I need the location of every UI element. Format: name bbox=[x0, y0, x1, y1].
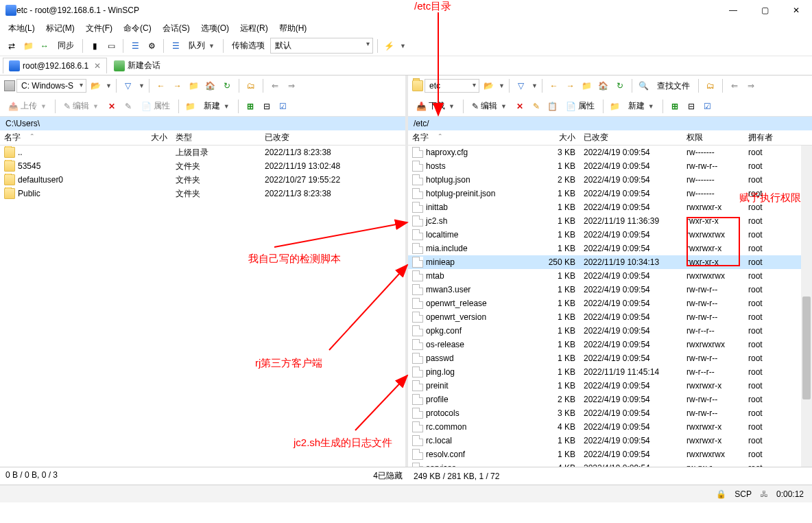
menu-mark[interactable]: 标记(M) bbox=[42, 21, 79, 36]
local-file-list[interactable]: ..上级目录2022/11/3 8:23:3853545文件夹2022/11/1… bbox=[0, 146, 405, 467]
table-row[interactable]: hotplug.json2 KB2022/4/19 0:09:54rw-----… bbox=[408, 173, 812, 187]
new-session-tab[interactable]: 新建会话 bbox=[108, 58, 166, 73]
local-up-icon[interactable]: 📁 bbox=[187, 78, 202, 93]
table-row[interactable]: defaultuser0文件夹2022/10/27 19:55:22 bbox=[0, 173, 405, 187]
table-row[interactable]: hotplug-preinit.json1 KB2022/4/19 0:09:5… bbox=[408, 187, 812, 200]
local-properties-button[interactable]: 📄 属性 bbox=[137, 99, 174, 113]
table-row[interactable]: passwd1 KB2022/4/19 0:09:54rw-rw-r--root bbox=[408, 351, 812, 365]
remote-properties-button[interactable]: 📄 属性 bbox=[562, 99, 599, 113]
table-row[interactable]: localtime1 KB2022/4/19 0:09:54rwxrwxrwxr… bbox=[408, 228, 812, 242]
menu-cmd[interactable]: 命令(C) bbox=[119, 21, 156, 36]
local-nav-left[interactable]: ⇐ bbox=[267, 78, 283, 93]
table-row[interactable]: resolv.conf1 KB2022/4/19 0:09:54rwxrwxrw… bbox=[408, 448, 812, 461]
local-delete-button[interactable]: ✕ bbox=[104, 99, 119, 114]
menu-opt[interactable]: 选项(O) bbox=[197, 21, 233, 36]
local-col-type[interactable]: 类型 bbox=[171, 130, 261, 146]
console-icon[interactable]: ▭ bbox=[104, 38, 119, 54]
remote-pathbar[interactable]: /etc/ bbox=[408, 117, 812, 130]
local-new-button[interactable]: 新建▼ bbox=[200, 99, 234, 113]
terminal-icon[interactable]: ▮ bbox=[87, 38, 102, 54]
table-row[interactable]: hosts1 KB2022/4/19 0:09:54rw-rw-r--root bbox=[408, 159, 812, 173]
local-upload-button[interactable]: 📤 上传▼ bbox=[4, 99, 51, 113]
sync-button[interactable]: 同步 bbox=[53, 38, 78, 53]
local-fwd-icon[interactable]: → bbox=[170, 78, 185, 93]
local-tree-icon[interactable]: 🗂 bbox=[243, 78, 259, 93]
table-row[interactable]: jc2.sh1 KB2022/11/19 11:36:39rwxr-xr-xro… bbox=[408, 214, 812, 228]
table-row[interactable]: haproxy.cfg3 KB2022/4/19 0:09:54rw------… bbox=[408, 146, 812, 159]
remote-nav-left[interactable]: ⇐ bbox=[727, 78, 742, 93]
remote-nav-right[interactable]: ⇒ bbox=[743, 78, 759, 93]
table-row[interactable]: opkg.conf1 KB2022/4/19 0:09:54rw-r--r--r… bbox=[408, 324, 812, 338]
find-button[interactable]: 查找文件 bbox=[653, 79, 694, 93]
local-col-size[interactable]: 大小 bbox=[137, 130, 171, 146]
table-row[interactable]: mtab1 KB2022/4/19 0:09:54rwxrwxrwxroot bbox=[408, 269, 812, 283]
local-edit-button[interactable]: ✎ 编辑▼ bbox=[60, 99, 103, 113]
remote-new-button[interactable]: 新建▼ bbox=[624, 99, 658, 113]
local-minus-button[interactable]: ⊟ bbox=[259, 99, 274, 114]
table-row[interactable]: services4 KB2022/4/19 0:09:54rw-rw-r--ro… bbox=[408, 461, 812, 467]
menu-remote[interactable]: 远程(R) bbox=[236, 21, 272, 36]
local-filter-icon[interactable]: ▽ bbox=[121, 78, 136, 93]
local-col-changed[interactable]: 已改变 bbox=[261, 130, 384, 146]
remote-col-size[interactable]: 大小 bbox=[538, 130, 580, 146]
toolbar-extra-icon[interactable]: ⚡ bbox=[382, 38, 397, 54]
table-row[interactable]: ..上级目录2022/11/3 8:23:38 bbox=[0, 146, 405, 159]
table-row[interactable]: preinit1 KB2022/4/19 0:09:54rwxrwxr-xroo… bbox=[408, 379, 812, 393]
local-home-icon[interactable]: 🏠 bbox=[203, 78, 218, 93]
table-row[interactable]: ping.log1 KB2022/11/19 11:45:14rw-r--r--… bbox=[408, 365, 812, 379]
maximize-button[interactable]: ▢ bbox=[749, 0, 780, 21]
remote-check-button[interactable]: ☑ bbox=[700, 99, 715, 114]
local-rename-button[interactable]: ✎ bbox=[121, 99, 136, 114]
local-plus-button[interactable]: ⊞ bbox=[243, 99, 258, 114]
table-row[interactable]: 53545文件夹2022/11/19 13:02:48 bbox=[0, 159, 405, 173]
queue-list-icon[interactable]: ☰ bbox=[168, 38, 183, 54]
table-row[interactable]: os-release1 KB2022/4/19 0:09:54rwxrwxrwx… bbox=[408, 338, 812, 351]
table-row[interactable]: minieap250 KB2022/11/19 10:34:13rwxr-xr-… bbox=[408, 255, 812, 269]
queue-toggle-icon[interactable]: ☰ bbox=[128, 38, 143, 54]
local-col-name[interactable]: 名字 ˆ bbox=[0, 130, 137, 146]
table-row[interactable]: protocols3 KB2022/4/19 0:09:54rw-rw-r--r… bbox=[408, 406, 812, 420]
local-drive-dropdown[interactable]: C: Windows-S bbox=[16, 79, 86, 93]
session-tab-active[interactable]: root@192.168.6.1 ✕ bbox=[3, 58, 107, 73]
minimize-button[interactable]: — bbox=[717, 0, 749, 21]
local-check-button[interactable]: ☑ bbox=[276, 99, 291, 114]
local-newfolder-icon[interactable]: 📁 bbox=[183, 99, 198, 114]
menu-file[interactable]: 文件(F) bbox=[82, 21, 117, 36]
remote-back-icon[interactable]: ← bbox=[547, 78, 562, 93]
table-row[interactable]: profile2 KB2022/4/19 0:09:54rw-rw-r--roo… bbox=[408, 393, 812, 406]
remote-delete-button[interactable]: ✕ bbox=[512, 99, 527, 114]
remote-refresh-icon[interactable]: ↻ bbox=[612, 78, 628, 93]
sync-browse-icon[interactable]: ↔ bbox=[37, 38, 52, 54]
remote-download-button[interactable]: 📥 下载▼ bbox=[412, 99, 459, 113]
remote-filter-icon[interactable]: ▽ bbox=[514, 78, 529, 93]
table-row[interactable]: openwrt_version1 KB2022/4/19 0:09:54rw-r… bbox=[408, 310, 812, 324]
remote-col-owner[interactable]: 拥有者 bbox=[744, 130, 778, 146]
table-row[interactable]: mia.include1 KB2022/4/19 0:09:54rwxrwxr-… bbox=[408, 242, 812, 255]
remote-scrollbar-y[interactable] bbox=[801, 146, 812, 467]
menu-session[interactable]: 会话(S) bbox=[158, 21, 194, 36]
table-row[interactable]: openwrt_release1 KB2022/4/19 0:09:54rw-r… bbox=[408, 297, 812, 310]
remote-dir-dropdown[interactable]: etc bbox=[425, 79, 479, 93]
local-pathbar[interactable]: C:\Users\ bbox=[0, 117, 405, 130]
remote-edit-button[interactable]: ✎ 编辑▼ bbox=[468, 99, 511, 113]
menu-local[interactable]: 本地(L) bbox=[4, 21, 39, 36]
close-button[interactable]: ✕ bbox=[780, 0, 812, 21]
remote-tree-icon[interactable]: 🗂 bbox=[703, 78, 718, 93]
find-icon[interactable]: 🔍 bbox=[636, 78, 652, 93]
remote-col-changed[interactable]: 已改变 bbox=[580, 130, 682, 146]
transfer-options-dropdown[interactable]: 默认 bbox=[270, 38, 373, 54]
remote-col-perm[interactable]: 权限 bbox=[682, 130, 744, 146]
remote-up-icon[interactable]: 📁 bbox=[580, 78, 595, 93]
settings-icon[interactable]: ⚙ bbox=[144, 38, 159, 54]
table-row[interactable]: mwan3.user1 KB2022/4/19 0:09:54rw-rw-r--… bbox=[408, 283, 812, 297]
local-refresh-icon[interactable]: ↻ bbox=[219, 78, 235, 93]
scroll-thumb[interactable] bbox=[802, 297, 811, 399]
remote-col-name[interactable]: 名字 ˆ bbox=[408, 130, 538, 146]
local-back-icon[interactable]: ← bbox=[154, 78, 169, 93]
tab-close-icon[interactable]: ✕ bbox=[94, 61, 101, 71]
table-row[interactable]: Public文件夹2022/11/3 8:23:38 bbox=[0, 187, 405, 200]
local-open-icon[interactable]: 📂 bbox=[88, 78, 103, 93]
table-row[interactable]: rc.common4 KB2022/4/19 0:09:54rwxrwxr-xr… bbox=[408, 420, 812, 434]
local-nav-right[interactable]: ⇒ bbox=[284, 78, 299, 93]
queue-button[interactable]: 队列▼ bbox=[184, 38, 219, 53]
